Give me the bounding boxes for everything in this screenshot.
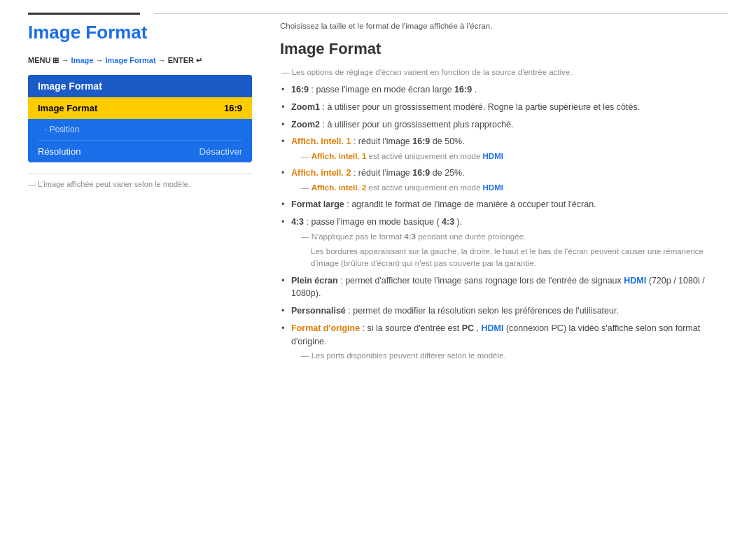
top-divider — [0, 0, 756, 15]
item-43-bold2: 4:3 — [442, 217, 454, 227]
left-note: L'image affichée peut varier selon le mo… — [28, 174, 252, 188]
item-formatlarge-text: : agrandit le format de l'image de maniè… — [346, 199, 596, 209]
item-origine-orange: Format d'origine — [291, 323, 360, 333]
item-plein-bold: Plein écran — [291, 276, 338, 286]
menu-item-value: 16:9 — [224, 103, 242, 113]
item-affich2-169: 16:9 — [412, 168, 430, 178]
subnote-affich1-orange: Affich. intell. 1 — [312, 152, 367, 160]
menu-item-position[interactable]: · Position — [28, 119, 252, 140]
item-zoom2-text: : à utiliser pour un grossissement plus … — [322, 120, 513, 129]
item-zoom1-text: : à utiliser pour un grossissement modér… — [322, 102, 640, 112]
list-item-zoom2: Zoom2 : à utiliser pour un grossissement… — [280, 118, 728, 132]
item-169-bold: 16:9 — [291, 85, 309, 94]
main-container: Image Format MENU ⊞ → Image → Image Form… — [0, 22, 756, 367]
list-item-43: 4:3 : passe l'image en mode basique ( 4:… — [280, 216, 728, 270]
item-origine-text: : si la source d'entrée est — [363, 323, 462, 333]
list-item-formatlarge: Format large : agrandit le format de l'i… — [280, 198, 728, 211]
item-affich1-orange: Affich. intell. 1 — [291, 136, 351, 146]
subnote-affich2-text: est activé uniquement en mode — [369, 183, 483, 192]
item-affich1-169: 16:9 — [412, 136, 430, 146]
item-zoom1-bold: Zoom1 — [291, 102, 320, 112]
item-169-bold2: 16:9 — [454, 85, 472, 94]
subnote-affich1-text: est activé uniquement en mode — [369, 152, 483, 160]
item-plein-hdmi: HDMI — [624, 276, 646, 286]
item-affich1-pct: de 50%. — [433, 136, 465, 146]
item-43-text: : passe l'image en mode basique ( — [307, 217, 440, 227]
item-169-end: . — [475, 85, 477, 94]
page-title: Image Format — [28, 22, 252, 43]
list-item-affich1: Affich. intell. 1 : réduit l'image 16:9 … — [280, 135, 728, 162]
item-169-text: : passe l'image en mode écran large — [312, 85, 455, 94]
list-item-affich2: Affich. intell. 2 : réduit l'image 16:9 … — [280, 167, 728, 194]
features-list: 16:9 : passe l'image en mode écran large… — [280, 83, 728, 363]
item-plein-text: : permet d'afficher toute l'image sans r… — [340, 276, 624, 286]
right-panel: Choisissez la taille et le format de l'i… — [280, 22, 728, 367]
list-item-pleinecran: Plein écran : permet d'afficher toute l'… — [280, 274, 728, 301]
item-43-bold: 4:3 — [291, 217, 304, 227]
item-origine-pc: PC — [462, 323, 474, 333]
item-43-subnote2: Les bordures apparaissant sur la gauche,… — [291, 246, 728, 270]
item-perso-bold: Personnalisé — [291, 306, 346, 316]
menu-icon: ⊞ — [52, 56, 59, 64]
item-affich1-subnote: Affich. intell. 1 est activé uniquement … — [291, 150, 728, 162]
item-origine-hdmi: HDMI — [481, 323, 503, 333]
list-item-personnalise: Personnalisé : permet de modifier la rés… — [280, 304, 728, 318]
item-affich1-text: : réduit l'image — [354, 136, 412, 146]
subnote-affich2-hdmi: HDMI — [483, 183, 503, 192]
subnote-affich1-hdmi: HDMI — [483, 152, 503, 160]
top-line-left — [28, 13, 140, 15]
menu-item-image-format[interactable]: Image Format 16:9 — [28, 97, 252, 119]
menu-box: Image Format Image Format 16:9 · Positio… — [28, 75, 252, 162]
item-43-subnote1: N'appliquez pas le format 4:3 pendant un… — [291, 231, 728, 243]
left-panel: Image Format MENU ⊞ → Image → Image Form… — [28, 22, 252, 367]
subnote-43-bold: 4:3 — [404, 232, 416, 241]
subnote-43-text2: pendant une durée prolongée. — [418, 232, 526, 241]
item-perso-text: : permet de modifier la résolution selon… — [348, 306, 619, 316]
menu-path-imageformat: Image Format — [106, 56, 156, 64]
menu-path-enter: ENTER — [168, 56, 196, 64]
subnote-affich2-orange: Affich. intell. 2 — [312, 183, 367, 192]
right-section-title: Image Format — [280, 40, 728, 58]
menu-path: MENU ⊞ → Image → Image Format → ENTER ↵ — [28, 56, 252, 65]
menu-path-arrow3: → — [158, 56, 168, 64]
item-affich2-subnote: Affich. intell. 2 est activé uniquement … — [291, 182, 728, 194]
item-affich2-orange: Affich. intell. 2 — [291, 168, 351, 178]
list-item-169: 16:9 : passe l'image en mode écran large… — [280, 83, 728, 97]
menu-item-resolution[interactable]: Résolution Désactiver — [28, 141, 252, 162]
item-affich2-pct: de 25%. — [433, 168, 465, 178]
item-formatlarge-bold: Format large — [291, 199, 344, 209]
menu-item-resolution-value: Désactiver — [200, 146, 242, 157]
item-43-end: ). — [457, 217, 463, 227]
menu-item-label: Image Format — [38, 103, 97, 113]
menu-path-arrow2: → — [95, 56, 105, 64]
list-item-formatorigine: Format d'origine : si la source d'entrée… — [280, 322, 728, 363]
menu-path-arrow1: → — [62, 56, 71, 64]
menu-path-image: Image — [71, 56, 94, 64]
menu-box-header: Image Format — [28, 75, 252, 97]
menu-path-menu: MENU — [28, 56, 52, 64]
right-subtitle: Choisissez la taille et le format de l'i… — [280, 22, 728, 30]
menu-item-resolution-label: Résolution — [38, 146, 80, 157]
top-line-right — [154, 13, 728, 14]
subnote-43-text1: N'appliquez pas le format — [312, 232, 405, 241]
enter-icon: ↵ — [196, 56, 202, 64]
item-affich2-text: : réduit l'image — [354, 168, 412, 178]
item-origine-subnote: Les ports disponibles peuvent différer s… — [291, 350, 728, 362]
item-zoom2-bold: Zoom2 — [291, 120, 320, 129]
list-item-zoom1: Zoom1 : à utiliser pour un grossissement… — [280, 101, 728, 114]
options-note: Les options de réglage d'écran varient e… — [280, 68, 728, 76]
